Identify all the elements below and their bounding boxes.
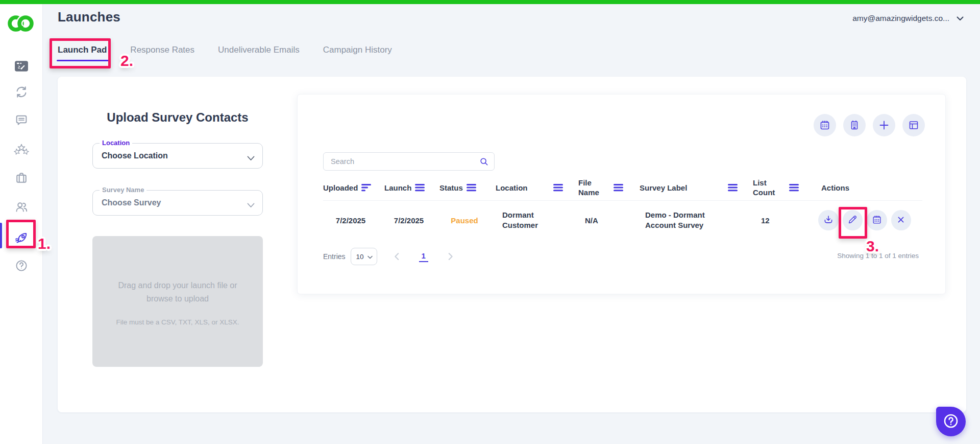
table-toolbar: [814, 114, 925, 136]
help-fab-button[interactable]: [936, 407, 966, 436]
column-header-survey-label[interactable]: Survey Label: [640, 183, 747, 192]
help-icon[interactable]: [11, 255, 32, 276]
tab-bar: Launch Pad Response Rates Undeliverable …: [58, 45, 392, 60]
location-value: Choose Location: [102, 144, 168, 168]
column-label: List Count: [753, 178, 777, 198]
schedule-button[interactable]: [867, 210, 887, 230]
table-footer: Entries 10 1: [323, 248, 456, 265]
sync-icon[interactable]: [11, 82, 32, 102]
annotation-label-1: 1.: [38, 235, 51, 252]
upload-panel-title: Upload Survey Contacts: [92, 110, 263, 125]
launches-table-card: Uploaded Launch Status Location: [297, 94, 946, 294]
download-button[interactable]: [818, 210, 839, 230]
column-header-list-count[interactable]: List Count: [753, 178, 808, 198]
menu-icon[interactable]: [728, 184, 739, 192]
user-menu[interactable]: amy@amazingwidgets.co...: [852, 14, 964, 23]
menu-icon[interactable]: [415, 184, 426, 192]
chevron-down-icon: [247, 154, 255, 163]
column-header-file-name[interactable]: File Name: [578, 178, 633, 198]
search-icon: [479, 157, 488, 168]
row-actions: [814, 210, 911, 230]
chevron-down-icon: [368, 253, 373, 261]
menu-icon[interactable]: [467, 184, 477, 192]
user-email: amy@amazingwidgets.co...: [852, 14, 949, 23]
column-label: Actions: [821, 183, 849, 192]
column-label: Uploaded: [323, 183, 358, 192]
status-badge: Paused: [439, 216, 489, 225]
users-icon[interactable]: [11, 197, 32, 217]
interlocked-rings-logo[interactable]: [8, 12, 35, 35]
sidebar-item-launches[interactable]: [11, 228, 32, 248]
briefcase-icon[interactable]: [11, 168, 32, 188]
tab-response-rates[interactable]: Response Rates: [130, 45, 194, 60]
table-header-row: Uploaded Launch Status Location: [323, 175, 922, 201]
calendar-icon: [871, 214, 883, 227]
column-label: Status: [439, 183, 463, 192]
dashboard-icon[interactable]: [11, 56, 32, 76]
search-input[interactable]: [323, 152, 495, 171]
cell-survey-label: Demo - Dormant Account Survey: [640, 210, 747, 231]
layout-icon[interactable]: [902, 114, 925, 136]
edit-button[interactable]: [843, 210, 863, 230]
menu-icon[interactable]: [553, 184, 564, 192]
cell-location: Dormant Customer: [496, 210, 572, 231]
dropzone-filetypes: File must be a CSV, TXT, XLS, or XLSX.: [92, 318, 263, 326]
question-icon: [942, 412, 960, 431]
menu-icon[interactable]: [789, 184, 800, 192]
file-dropzone[interactable]: Drag and drop your launch file or browse…: [92, 236, 263, 367]
column-header-status[interactable]: Status: [439, 183, 489, 192]
plus-icon[interactable]: [873, 114, 895, 136]
stars-icon[interactable]: [11, 140, 32, 160]
column-label: Survey Label: [640, 183, 687, 192]
page-title: Launches: [58, 9, 120, 25]
pencil-icon: [847, 214, 858, 227]
table-row: 7/2/2025 7/2/2025 Paused Dormant Custome…: [323, 205, 922, 236]
search-field: [323, 152, 495, 171]
menu-icon[interactable]: [614, 184, 624, 192]
survey-select[interactable]: Survey Name Choose Survey: [92, 190, 263, 216]
sort-icon[interactable]: [361, 184, 372, 192]
tab-launch-pad[interactable]: Launch Pad: [58, 45, 107, 60]
column-header-location[interactable]: Location: [496, 183, 572, 192]
rocket-icon: [14, 230, 29, 246]
column-label: Launch: [384, 183, 411, 192]
column-header-actions: Actions: [814, 183, 911, 192]
sidebar: [0, 4, 43, 444]
annotation-label-2: 2.: [120, 52, 133, 69]
cell-uploaded: 7/2/2025: [323, 216, 378, 225]
column-header-launch[interactable]: Launch: [384, 183, 433, 192]
next-page-button[interactable]: [445, 251, 456, 262]
chat-icon[interactable]: [11, 110, 32, 130]
entries-per-page-select[interactable]: 10: [351, 248, 377, 265]
building-icon[interactable]: [843, 114, 866, 136]
chevron-down-icon: [957, 14, 964, 23]
previous-page-button[interactable]: [391, 251, 403, 262]
column-label: File Name: [578, 178, 603, 198]
page-number[interactable]: 1: [419, 251, 428, 262]
entries-label: Entries: [323, 252, 346, 261]
tab-undeliverable-emails[interactable]: Undeliverable Emails: [218, 45, 300, 60]
dropzone-instruction: Drag and drop your launch file or browse…: [107, 279, 249, 305]
top-accent-bar: [0, 0, 980, 4]
chevron-down-icon: [247, 201, 255, 210]
location-select[interactable]: Location Choose Location: [92, 143, 263, 169]
column-label: Location: [496, 183, 528, 192]
entries-value: 10: [356, 253, 364, 261]
annotation-label-3: 3.: [866, 238, 879, 255]
x-icon: [896, 215, 906, 226]
download-icon: [823, 214, 834, 227]
column-header-uploaded[interactable]: Uploaded: [323, 183, 378, 192]
cell-list-count: 12: [753, 216, 808, 225]
survey-value: Choose Survey: [102, 191, 161, 215]
cell-file-name: N/A: [578, 216, 633, 225]
tab-campaign-history[interactable]: Campaign History: [323, 45, 392, 60]
cell-launch: 7/2/2025: [384, 216, 433, 225]
launch-pad-panel: Upload Survey Contacts Location Choose L…: [58, 77, 966, 412]
calendar-icon[interactable]: [814, 114, 836, 136]
active-nav-indicator: [0, 223, 2, 248]
cancel-button[interactable]: [891, 210, 912, 230]
